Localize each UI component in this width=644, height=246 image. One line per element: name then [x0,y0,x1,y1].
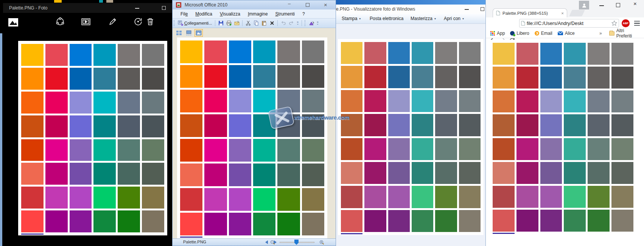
menu-apri-con[interactable]: Apri con ▾ [444,16,464,21]
close-button[interactable]: × [633,0,637,8]
color-swatch [70,210,92,232]
slideshow-icon[interactable] [81,17,91,26]
toolbar-drag-handle[interactable] [174,20,175,26]
color-swatch [118,163,140,185]
new-tab-button[interactable] [569,10,585,16]
save-icon[interactable] [218,20,224,26]
color-swatch [45,115,68,137]
thumbnail-view-icon[interactable] [175,29,183,37]
see-all-photos-icon[interactable] [8,17,18,27]
color-swatch [459,42,481,64]
color-swatch [277,213,300,235]
profile-avatar-button[interactable] [579,1,589,9]
address-bar[interactable]: file:///C:/Users/Andry/Deskt [519,19,619,28]
filmstrip-view-icon[interactable] [185,29,193,37]
paste-icon[interactable] [261,20,267,26]
undo-icon[interactable] [280,20,286,26]
minimize-button[interactable]: – [288,0,291,8]
close-button[interactable]: × [324,0,327,9]
palette-image [490,40,636,235]
color-swatch [364,114,386,136]
color-swatch [611,67,633,89]
color-swatch [516,138,538,160]
menu-visualizza[interactable]: Visualizza [216,11,244,17]
other-bookmarks-folder[interactable]: Altri Preferiti [609,28,639,39]
maximize-button[interactable] [306,3,310,7]
color-swatch [118,68,140,90]
color-swatch [277,139,300,162]
bookmark-libero[interactable]: Libero [510,31,529,36]
color-swatch [253,65,275,88]
zoom-in-icon[interactable] [319,240,324,245]
color-swatch [70,115,92,137]
color-swatch [611,114,633,136]
palette-grid [341,42,481,232]
menu-strumenti[interactable]: Strumenti [272,11,298,17]
print-icon[interactable] [226,20,232,26]
copy-icon[interactable] [253,20,259,26]
maximize-button[interactable] [616,3,620,7]
chrome-menu-icon[interactable] [634,21,640,26]
office-menubar: File Modifica Visualizza Immagine Strume… [173,9,336,19]
bookmark-star-icon[interactable] [611,20,617,26]
menu-help[interactable]: ? [299,11,308,17]
color-swatch [277,188,300,211]
bookmarks-bar: App Libero Email Alice » Altri Preferiti [486,29,644,38]
maximize-button[interactable] [481,7,484,11]
color-swatch [611,138,633,160]
mail-icon[interactable] [233,20,240,26]
background-window-edge [0,33,2,246]
maximize-button[interactable] [162,6,166,10]
apps-grid-icon [490,31,495,36]
previous-image-button[interactable] [265,240,268,244]
delete-trash-icon[interactable] [145,17,155,26]
color-swatch [459,66,481,88]
bookmark-alice[interactable]: Alice [558,31,575,36]
menu-masterizza[interactable]: Masterizza ▾ [411,16,436,21]
toolbar-drag-handle[interactable] [305,20,306,26]
menu-posta-elettronica[interactable]: Posta elettronica [370,16,403,21]
zoom-slider-thumb[interactable] [294,240,299,245]
minimize-button[interactable] [135,8,139,9]
palette-image [177,37,327,238]
color-swatch [204,114,227,137]
rotate-tool-icon[interactable] [308,20,314,26]
menu-file[interactable]: File [177,11,191,17]
bookmarks-overflow-chevron[interactable]: » [599,31,602,36]
zoom-out-icon[interactable] [270,240,275,245]
office-picture-manager-window: Microsoft Office 2010 – × File Modifica … [172,0,336,246]
background-window-titlebar-strip [334,0,490,5]
menu-immagine[interactable]: Immagine [244,11,271,17]
color-swatch [588,162,610,184]
color-swatch [302,65,324,88]
color-swatch [412,162,433,184]
color-swatch [435,114,457,136]
cut-icon[interactable] [245,20,251,26]
menu-modifica[interactable]: Modifica [192,11,216,17]
minimize-button[interactable] [465,9,469,10]
minimize-button[interactable] [599,5,604,6]
delete-icon[interactable] [269,20,275,26]
bookmark-app[interactable]: App [490,31,505,36]
color-swatch [540,186,562,208]
toolbar-overflow-button[interactable]: »⌄ [316,22,319,25]
toolbar-overflow-button[interactable]: »⌄ [296,22,299,25]
redo-icon[interactable] [288,20,294,26]
share-icon[interactable] [55,17,65,26]
background-sliver [99,0,103,3]
color-swatch [277,40,300,63]
adblock-abp-icon[interactable]: ABP [622,19,630,27]
browser-tab[interactable]: Palette.PNG (388×515) × [493,8,567,17]
rotate-icon[interactable] [133,17,143,26]
shortcuts-icon[interactable] [177,20,184,26]
shortcuts-label[interactable]: Collegamenti... [184,21,212,25]
edit-pencil-icon[interactable] [108,17,118,26]
color-swatch [412,210,433,232]
bookmark-email[interactable]: Email [535,31,552,36]
single-image-view-icon[interactable] [194,29,203,37]
menu-stampa[interactable]: Stampa ▾ [342,16,361,21]
tab-close-icon[interactable]: × [561,11,564,16]
color-swatch [341,210,362,232]
color-swatch [70,187,92,209]
photos-title: Palette.PNG - Foto [9,5,47,11]
